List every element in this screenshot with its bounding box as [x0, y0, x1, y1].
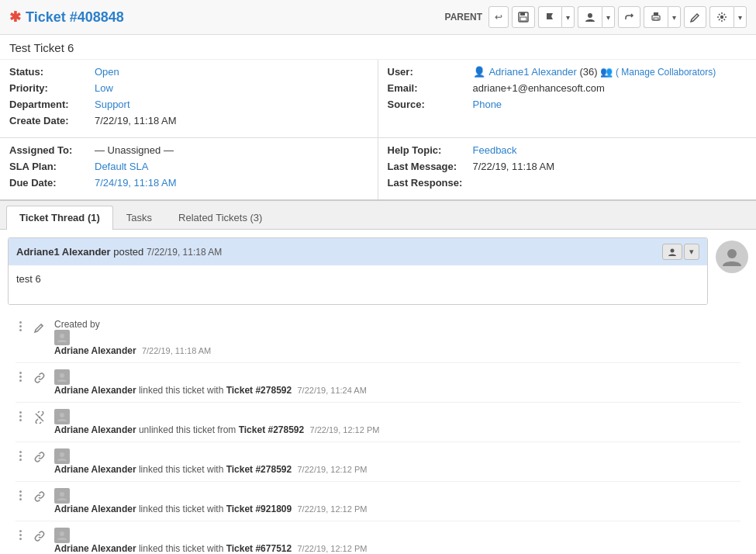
flag-icon — [545, 12, 555, 23]
manage-collaborators-link[interactable]: ( Manage Collaborators) — [616, 67, 716, 78]
due-date-link[interactable]: 7/24/19, 11:18 AM — [95, 177, 177, 189]
department-label: Department: — [9, 99, 95, 110]
activity-author: Adriane Alexander — [54, 385, 136, 396]
help-topic-value: Feedback — [473, 144, 517, 156]
create-date-row: Create Date: 7/22/19, 11:18 AM — [9, 115, 368, 126]
activity-item: Created by Adriane Alexander 7/22/19, 11… — [16, 313, 740, 363]
thread-area: Adriane1 Alexander posted 7/22/19, 11:18… — [0, 230, 756, 554]
share-icon — [624, 12, 634, 23]
activity-type-icon — [31, 448, 48, 466]
activity-ticket-ref: Ticket #677512 — [226, 543, 292, 554]
due-date-value: 7/24/19, 11:18 AM — [95, 177, 177, 189]
print-button-main[interactable] — [644, 6, 668, 28]
activity-dots — [16, 409, 25, 421]
assign-button-main[interactable] — [578, 6, 602, 28]
create-date-value: 7/22/19, 11:18 AM — [95, 115, 177, 126]
source-value: Phone — [473, 99, 502, 110]
svg-point-10 — [60, 334, 64, 338]
last-response-row: Last Response: — [388, 177, 747, 189]
activity-ticket-ref: Ticket #921809 — [226, 504, 292, 514]
gear-icon — [716, 12, 727, 23]
activity-text: Adriane Alexander linked this ticket wit… — [54, 448, 740, 475]
flag-button-main[interactable] — [538, 6, 561, 28]
svg-point-7 — [720, 16, 723, 19]
create-date-label: Create Date: — [9, 115, 95, 126]
edit-button[interactable] — [684, 6, 706, 28]
svg-rect-1 — [520, 12, 525, 16]
post-user-icon — [668, 248, 677, 257]
sla-label: SLA Plan: — [9, 161, 95, 172]
ticket-header: ✱ Ticket #408848 PARENT ↩ ▾ — [0, 0, 756, 35]
activity-author: Adriane Alexander — [54, 424, 136, 435]
activity-item: Adriane Alexander linked this ticket wit… — [16, 521, 740, 554]
svg-rect-2 — [520, 17, 526, 21]
activity-type-icon — [31, 488, 48, 505]
post-action: posted — [113, 246, 147, 258]
user-row: User: 👤 Adriane1 Alexander (36) 👥 ( Mana… — [388, 66, 747, 78]
activity-author: Adriane Alexander — [54, 464, 136, 475]
flag-button-dropdown[interactable]: ▾ — [561, 6, 575, 28]
save-button[interactable] — [512, 6, 535, 28]
assigned-row: Assigned To: — Unassigned — — [9, 144, 368, 156]
activity-author: Adriane Alexander — [54, 504, 136, 514]
ticket-subject: Test Ticket 6 — [0, 35, 756, 60]
activity-dots — [16, 319, 25, 331]
dot — [19, 376, 22, 378]
email-row: Email: adriane+1@enhancesoft.com — [388, 82, 747, 94]
tab-ticket-thread[interactable]: Ticket Thread (1) — [6, 206, 113, 230]
dot — [19, 530, 22, 532]
share-button[interactable] — [618, 6, 640, 28]
activity-text: Adriane Alexander linked this ticket wit… — [54, 488, 740, 514]
dot — [19, 451, 22, 453]
info-col-left: Status: Open Priority: Low Department: S… — [0, 60, 378, 137]
link-icon — [33, 451, 46, 463]
status-row: Status: Open — [9, 66, 368, 78]
activity-author: Adriane Alexander — [54, 543, 136, 554]
activity-log: Created by Adriane Alexander 7/22/19, 11… — [8, 313, 748, 554]
tab-tasks[interactable]: Tasks — [113, 206, 165, 229]
collab-icon: 👥 — [600, 66, 613, 78]
save-icon — [518, 12, 529, 23]
info-col-right: User: 👤 Adriane1 Alexander (36) 👥 ( Mana… — [378, 60, 757, 137]
priority-label: Priority: — [9, 82, 95, 94]
activity-time: 7/22/19, 12:12 PM — [298, 465, 368, 474]
dot — [19, 534, 22, 536]
post-dropdown-button[interactable]: ▾ — [684, 244, 699, 260]
activity-avatar — [54, 330, 70, 345]
activity-item: Adriane Alexander linked this ticket wit… — [16, 442, 740, 482]
print-button-dropdown[interactable]: ▾ — [668, 6, 681, 28]
reply-button[interactable]: ↩ — [488, 6, 509, 28]
source-link[interactable]: Phone — [473, 99, 502, 110]
post-date: 7/22/19, 11:18 AM — [147, 247, 222, 258]
priority-link[interactable]: Low — [95, 82, 113, 94]
status-link[interactable]: Open — [95, 66, 119, 78]
post-user-button[interactable] — [662, 244, 682, 260]
settings-button-dropdown[interactable]: ▾ — [734, 6, 747, 28]
sla-link[interactable]: Default SLA — [95, 161, 148, 172]
activity-item: Adriane Alexander linked this ticket wit… — [16, 363, 740, 403]
due-date-row: Due Date: 7/24/19, 11:18 AM — [9, 177, 368, 189]
help-topic-link[interactable]: Feedback — [473, 144, 517, 156]
dot — [19, 538, 22, 540]
svg-rect-5 — [654, 12, 658, 16]
user-link[interactable]: Adriane1 Alexander — [488, 66, 576, 78]
parent-label: PARENT — [445, 12, 482, 23]
settings-button-main[interactable] — [709, 6, 734, 28]
department-link[interactable]: Support — [95, 99, 130, 110]
tab-related-tickets[interactable]: Related Tickets (3) — [165, 206, 275, 229]
activity-time: 7/22/19, 11:24 AM — [298, 386, 367, 395]
svg-point-14 — [60, 452, 64, 457]
email-value: adriane+1@enhancesoft.com — [473, 82, 605, 94]
activity-dots — [16, 448, 25, 461]
ticket-number-link[interactable]: Ticket #408848 — [26, 9, 124, 26]
svg-point-16 — [60, 531, 64, 536]
activity-item: Adriane Alexander linked this ticket wit… — [16, 482, 740, 521]
link-icon — [33, 490, 46, 503]
help-topic-row: Help Topic: Feedback — [388, 144, 747, 156]
tabs-bar: Ticket Thread (1) Tasks Related Tickets … — [0, 201, 756, 230]
due-date-label: Due Date: — [9, 177, 95, 189]
activity-text: Created by Adriane Alexander 7/22/19, 11… — [54, 319, 740, 356]
activity-item: Adriane Alexander unlinked this ticket f… — [16, 403, 740, 442]
edit-icon — [690, 12, 700, 23]
assign-button-dropdown[interactable]: ▾ — [602, 6, 615, 28]
